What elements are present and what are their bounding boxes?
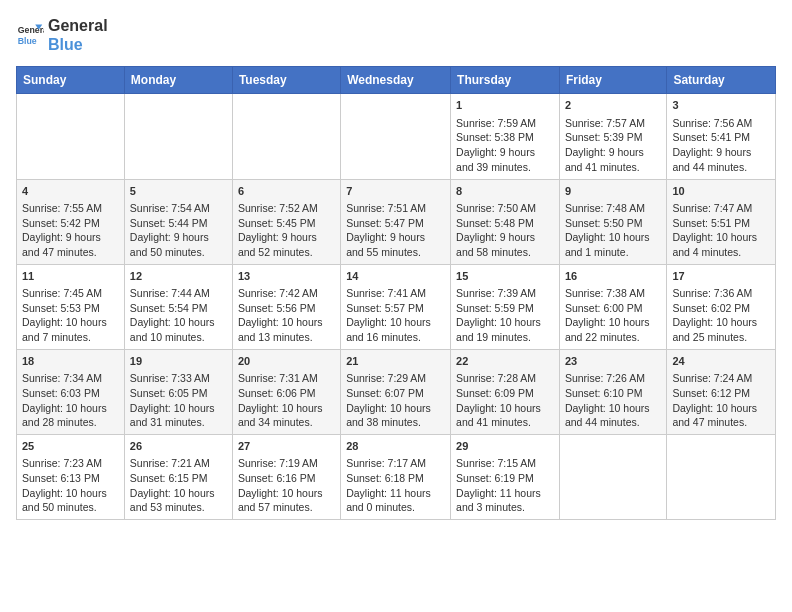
cell-text: Daylight: 10 hours [130, 401, 227, 416]
day-number: 15 [456, 269, 554, 284]
cell-text: and 25 minutes. [672, 330, 770, 345]
calendar-cell: 23Sunrise: 7:26 AMSunset: 6:10 PMDayligh… [559, 349, 666, 434]
day-number: 10 [672, 184, 770, 199]
day-number: 18 [22, 354, 119, 369]
cell-text: Sunset: 6:13 PM [22, 471, 119, 486]
cell-text: Daylight: 11 hours [346, 486, 445, 501]
header-row: Sunday Monday Tuesday Wednesday Thursday… [17, 67, 776, 94]
calendar-cell: 11Sunrise: 7:45 AMSunset: 5:53 PMDayligh… [17, 264, 125, 349]
day-number: 28 [346, 439, 445, 454]
cell-text: Sunset: 6:00 PM [565, 301, 661, 316]
col-tuesday: Tuesday [232, 67, 340, 94]
cell-text: Daylight: 9 hours [130, 230, 227, 245]
cell-text: Sunrise: 7:55 AM [22, 201, 119, 216]
calendar-body: 1Sunrise: 7:59 AMSunset: 5:38 PMDaylight… [17, 94, 776, 520]
logo-subtext: Blue [48, 35, 108, 54]
cell-text: Sunrise: 7:54 AM [130, 201, 227, 216]
cell-text: Daylight: 10 hours [22, 401, 119, 416]
col-saturday: Saturday [667, 67, 776, 94]
logo: General Blue General Blue [16, 16, 108, 54]
calendar-cell: 12Sunrise: 7:44 AMSunset: 5:54 PMDayligh… [124, 264, 232, 349]
day-number: 21 [346, 354, 445, 369]
cell-text: Sunset: 6:07 PM [346, 386, 445, 401]
cell-text: Sunset: 6:03 PM [22, 386, 119, 401]
day-number: 8 [456, 184, 554, 199]
cell-text: Sunrise: 7:34 AM [22, 371, 119, 386]
day-number: 4 [22, 184, 119, 199]
cell-text: Sunset: 6:12 PM [672, 386, 770, 401]
cell-text: Sunrise: 7:52 AM [238, 201, 335, 216]
day-number: 16 [565, 269, 661, 284]
cell-text: Sunset: 6:09 PM [456, 386, 554, 401]
calendar-cell: 20Sunrise: 7:31 AMSunset: 6:06 PMDayligh… [232, 349, 340, 434]
cell-text: and 10 minutes. [130, 330, 227, 345]
cell-text: Daylight: 9 hours [672, 145, 770, 160]
cell-text: and 13 minutes. [238, 330, 335, 345]
calendar-cell: 18Sunrise: 7:34 AMSunset: 6:03 PMDayligh… [17, 349, 125, 434]
day-number: 24 [672, 354, 770, 369]
cell-text: Sunset: 6:06 PM [238, 386, 335, 401]
cell-text: and 50 minutes. [22, 500, 119, 515]
cell-text: and 41 minutes. [565, 160, 661, 175]
cell-text: and 39 minutes. [456, 160, 554, 175]
cell-text: Sunset: 5:59 PM [456, 301, 554, 316]
day-number: 2 [565, 98, 661, 113]
calendar-cell: 7Sunrise: 7:51 AMSunset: 5:47 PMDaylight… [341, 179, 451, 264]
calendar-cell: 5Sunrise: 7:54 AMSunset: 5:44 PMDaylight… [124, 179, 232, 264]
cell-text: Sunset: 6:19 PM [456, 471, 554, 486]
week-row-1: 4Sunrise: 7:55 AMSunset: 5:42 PMDaylight… [17, 179, 776, 264]
cell-text: Daylight: 10 hours [456, 401, 554, 416]
cell-text: Sunrise: 7:45 AM [22, 286, 119, 301]
cell-text: Sunrise: 7:59 AM [456, 116, 554, 131]
cell-text: and 52 minutes. [238, 245, 335, 260]
day-number: 19 [130, 354, 227, 369]
day-number: 6 [238, 184, 335, 199]
cell-text: Sunrise: 7:23 AM [22, 456, 119, 471]
calendar-cell: 17Sunrise: 7:36 AMSunset: 6:02 PMDayligh… [667, 264, 776, 349]
calendar-cell: 2Sunrise: 7:57 AMSunset: 5:39 PMDaylight… [559, 94, 666, 179]
cell-text: Sunrise: 7:15 AM [456, 456, 554, 471]
cell-text: and 22 minutes. [565, 330, 661, 345]
day-number: 17 [672, 269, 770, 284]
cell-text: Daylight: 9 hours [22, 230, 119, 245]
day-number: 23 [565, 354, 661, 369]
cell-text: Daylight: 9 hours [456, 145, 554, 160]
cell-text: Sunset: 5:38 PM [456, 130, 554, 145]
calendar-cell: 26Sunrise: 7:21 AMSunset: 6:15 PMDayligh… [124, 434, 232, 519]
week-row-4: 25Sunrise: 7:23 AMSunset: 6:13 PMDayligh… [17, 434, 776, 519]
day-number: 14 [346, 269, 445, 284]
calendar-cell: 14Sunrise: 7:41 AMSunset: 5:57 PMDayligh… [341, 264, 451, 349]
cell-text: Daylight: 10 hours [22, 486, 119, 501]
cell-text: Sunrise: 7:42 AM [238, 286, 335, 301]
cell-text: Daylight: 9 hours [565, 145, 661, 160]
cell-text: and 50 minutes. [130, 245, 227, 260]
day-number: 29 [456, 439, 554, 454]
cell-text: Sunrise: 7:44 AM [130, 286, 227, 301]
day-number: 1 [456, 98, 554, 113]
calendar-cell [559, 434, 666, 519]
cell-text: and 31 minutes. [130, 415, 227, 430]
calendar-cell [667, 434, 776, 519]
cell-text: and 19 minutes. [456, 330, 554, 345]
col-friday: Friday [559, 67, 666, 94]
cell-text: Sunset: 5:41 PM [672, 130, 770, 145]
cell-text: Sunrise: 7:56 AM [672, 116, 770, 131]
cell-text: Sunrise: 7:29 AM [346, 371, 445, 386]
cell-text: Daylight: 10 hours [565, 230, 661, 245]
cell-text: and 47 minutes. [672, 415, 770, 430]
calendar-table: Sunday Monday Tuesday Wednesday Thursday… [16, 66, 776, 520]
cell-text: Daylight: 10 hours [130, 315, 227, 330]
calendar-cell: 13Sunrise: 7:42 AMSunset: 5:56 PMDayligh… [232, 264, 340, 349]
calendar-cell [17, 94, 125, 179]
cell-text: and 7 minutes. [22, 330, 119, 345]
cell-text: Sunset: 5:47 PM [346, 216, 445, 231]
cell-text: Sunrise: 7:50 AM [456, 201, 554, 216]
day-number: 13 [238, 269, 335, 284]
col-wednesday: Wednesday [341, 67, 451, 94]
cell-text: Sunrise: 7:47 AM [672, 201, 770, 216]
cell-text: and 44 minutes. [565, 415, 661, 430]
cell-text: and 53 minutes. [130, 500, 227, 515]
calendar-cell: 21Sunrise: 7:29 AMSunset: 6:07 PMDayligh… [341, 349, 451, 434]
day-number: 7 [346, 184, 445, 199]
cell-text: and 0 minutes. [346, 500, 445, 515]
